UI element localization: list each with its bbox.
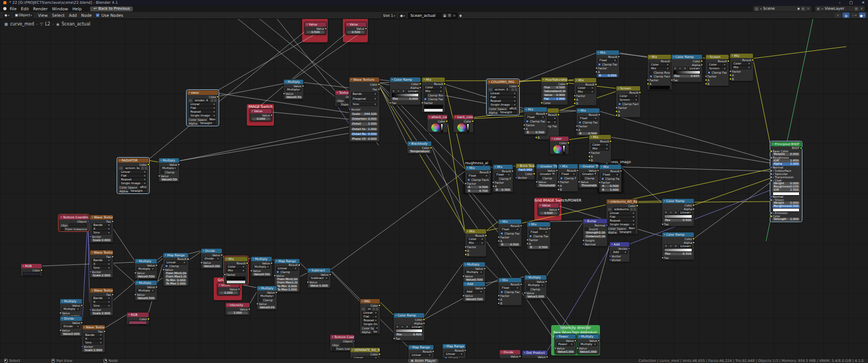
socket[interactable]: [639, 91, 642, 94]
socket[interactable]: [582, 239, 585, 242]
socket[interactable]: [497, 236, 501, 239]
checkbox-clamp-factor[interactable]: ✓: [424, 98, 427, 101]
socket[interactable]: [270, 262, 273, 265]
node-divide[interactable]: ▾DivideValueDivide▾ValueValue2.000: [60, 316, 82, 336]
socket[interactable]: [595, 70, 598, 74]
node-wave-texture[interactable]: ▾Wave TextureFacBands▾X▾Sine▾VectorScale…: [90, 250, 113, 278]
value-slider-b[interactable]: B1.000: [601, 189, 620, 192]
node-multiply[interactable]: ▾MultiplyValueMultiply▾ValueValue0.500: [251, 256, 272, 277]
node-header[interactable]: ▾attack_color: [427, 115, 447, 119]
socket[interactable]: [324, 27, 328, 30]
collapse-icon[interactable]: ▾: [591, 135, 592, 139]
collapse-icon[interactable]: ▾: [362, 299, 363, 303]
dropdown-alpha[interactable]: Straight: [618, 230, 636, 235]
ramp-tool-button[interactable]: ▾: [674, 211, 678, 215]
collapse-icon[interactable]: ▾: [203, 249, 204, 253]
node-wave-texture[interactable]: ▾Wave TextureFacBands▾X▾Sine▾VectorScale…: [90, 215, 113, 243]
node-header[interactable]: ▾Subtract: [308, 268, 330, 273]
collapse-icon[interactable]: ▾: [227, 303, 228, 307]
socket[interactable]: [573, 98, 577, 101]
node-wave-texture[interactable]: ▾Wave TextureColorFacBands▾Diagonal▾Sine…: [349, 77, 380, 142]
back-to-previous-button[interactable]: ↩ Back to Previous: [90, 7, 133, 11]
value-slider-value[interactable]: Value0.500: [137, 275, 155, 278]
socket[interactable]: [526, 242, 529, 245]
socket[interactable]: [770, 176, 773, 179]
node-header[interactable]: ▾Divide: [201, 249, 222, 253]
socket[interactable]: [256, 302, 259, 306]
node-header[interactable]: ▾Mix: [599, 165, 621, 169]
pin-icon[interactable]: [459, 14, 462, 17]
socket[interactable]: [800, 146, 803, 150]
socket[interactable]: [248, 308, 251, 311]
collapse-icon[interactable]: ▾: [501, 350, 502, 354]
collapse-icon[interactable]: ▾: [395, 313, 397, 317]
node-header[interactable]: ▾intensity: [226, 303, 250, 307]
ramp-tool-button[interactable]: +: [392, 89, 395, 93]
node-header[interactable]: ▾Mix: [589, 135, 611, 139]
node-header[interactable]: ▾SEPARATE_RG_R: [350, 348, 380, 352]
socket[interactable]: [598, 181, 602, 184]
collapse-icon[interactable]: ▾: [560, 164, 561, 168]
image-browse-icon[interactable]: [211, 99, 213, 102]
socket[interactable]: [492, 185, 495, 188]
node-multiply[interactable]: ▾MultiplyValueMultiply▾ClampValueValue0.…: [158, 158, 180, 182]
socket[interactable]: [155, 286, 158, 289]
socket[interactable]: [705, 75, 708, 78]
collapse-icon[interactable]: ▾: [608, 199, 609, 204]
value-slider-value[interactable]: Value2.000: [203, 265, 220, 268]
collapse-icon[interactable]: ▾: [392, 77, 393, 82]
color-wheel[interactable]: [553, 145, 561, 153]
node-multiply[interactable]: ▾MultiplyValueMultiply▾ClampValueValue0.…: [257, 286, 277, 310]
collapse-icon[interactable]: ▾: [579, 334, 580, 339]
value-field[interactable]: 0.600: [540, 212, 557, 215]
node-header[interactable]: ▾Add: [610, 242, 629, 247]
value-slider-detail-sc[interactable]: Detail Sc.1.000: [351, 128, 378, 131]
socket[interactable]: [147, 163, 150, 166]
remove-viewlayer-button[interactable]: ×: [860, 7, 863, 11]
checkbox-clamp-factor[interactable]: ✓: [649, 75, 653, 78]
value-slider-from-max[interactable]: From Max1.000: [165, 275, 187, 278]
socket[interactable]: [628, 247, 631, 250]
node-header[interactable]: ▾Mix: [524, 107, 547, 112]
anim-player-badge[interactable]: ⊗ Anim Player: [408, 359, 438, 363]
collapse-icon[interactable]: ▾: [598, 50, 599, 55]
collapse-icon[interactable]: ▾: [189, 90, 190, 95]
scene-selector[interactable]: ◫ ▾ Scene ⎘ ×: [753, 6, 811, 11]
value-slider-b[interactable]: B0.050: [598, 74, 617, 77]
duplicate-material-button[interactable]: ⎘: [448, 14, 451, 17]
checkbox-clamp[interactable]: [161, 171, 164, 174]
node-mix[interactable]: ▾MixResultColor▾Mix▾FactorAB: [574, 77, 597, 106]
socket[interactable]: [445, 120, 449, 123]
value-slider-b[interactable]: B0.500: [529, 246, 548, 249]
socket[interactable]: [573, 94, 577, 98]
collapse-icon[interactable]: ▾: [347, 22, 348, 27]
node-screen[interactable]: ▾ScreenResultColor▾Screen▾✓Clamp FactorF…: [705, 54, 729, 86]
breadcrumb-item-curve-med[interactable]: curve_med: [10, 22, 34, 27]
value-slider-ior[interactable]: IOR1.450: [773, 159, 800, 163]
socket[interactable]: [554, 347, 557, 350]
socket[interactable]: [524, 291, 527, 295]
node-header[interactable]: ▾Multiply: [135, 259, 157, 263]
checkbox-clamp-factor[interactable]: ✓: [578, 121, 582, 124]
image-browse-icon[interactable]: [142, 167, 144, 170]
collapse-icon[interactable]: ▾: [529, 222, 530, 226]
value-slider-detail-ro[interactable]: Detail Ro.0.500: [351, 133, 378, 136]
socket[interactable]: [365, 27, 368, 30]
socket[interactable]: [557, 113, 560, 116]
editor-menu-node[interactable]: Node: [79, 13, 94, 18]
node-mix[interactable]: ▾MixResultFloat▾✓Clamp FactorFactorAB0.5…: [576, 108, 600, 136]
collapse-icon[interactable]: ▾: [253, 257, 254, 261]
socket[interactable]: [187, 258, 190, 261]
node-header[interactable]: ▾Color Ramp: [672, 55, 702, 59]
checkbox-clamp-factor[interactable]: ✓: [500, 290, 503, 294]
node-mix[interactable]: ▾MixResultColor▾Mix▾FactorAB: [465, 229, 487, 257]
node-header[interactable]: ▾RGB: [21, 264, 42, 268]
value-field[interactable]: 0.500: [347, 31, 365, 34]
node-header[interactable]: ▾Mix: [596, 50, 619, 55]
socket[interactable]: [302, 85, 305, 88]
value-slider-metallic[interactable]: Metallic0.000: [773, 153, 800, 156]
ramp-tool-button[interactable]: +: [395, 325, 399, 329]
socket[interactable]: [576, 128, 579, 132]
minimize-button[interactable]: –: [839, 1, 841, 5]
ramp-tool-button[interactable]: −: [669, 211, 673, 215]
